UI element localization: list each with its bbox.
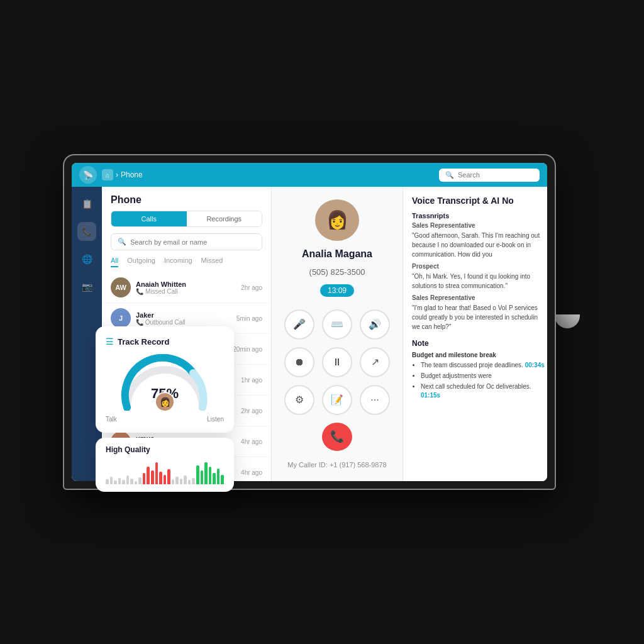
transcript-panel: Voice Transcript & AI No Trassnripts Sal… [402,187,547,481]
mute-button[interactable]: 🎤 [284,309,314,340]
sidebar-item-clipboard[interactable]: 📋 [77,194,96,213]
call-info: Jaker 📞 Outbound Call [136,311,231,326]
bar [204,462,208,484]
bar [192,478,195,484]
transcript-role: Sales Representative [412,222,545,229]
talk-label: Talk [106,416,117,423]
sidebar-item-globe[interactable]: 🌐 [77,250,96,269]
bar [217,469,220,484]
call-time: 4hr ago [241,438,262,445]
bar [196,465,199,484]
gauge-avatar: 👩 [155,392,175,412]
search-input[interactable] [458,171,533,179]
bar [135,481,138,484]
call-time: 4hr ago [241,469,262,476]
bar [159,472,162,484]
laptop-base [555,314,580,328]
timestamp: 01:15s [421,392,440,399]
sidebar-item-camera[interactable]: 📷 [77,277,96,296]
bar [188,480,191,484]
contact-name: Analia Magana [302,248,372,260]
caller-id: My Caller ID: +1 (917) 568-9878 [287,461,386,469]
record-button[interactable]: ⏺ [284,347,314,377]
quality-title: High Quality [106,445,224,454]
tab-calls[interactable]: Calls [111,211,187,226]
contact-phone: (505) 825-3500 [309,267,365,277]
transcript-entry-2: Prospect "Oh, hi Mark. Yes, I found it q… [412,263,545,291]
bar [126,475,130,484]
bar [221,475,224,484]
contact-avatar: 👩 [315,199,359,241]
call-name: Anaiah Whitten [136,280,236,288]
note-list: The team discussed proje deadlines. 00:3… [412,361,545,400]
note-item: Next call scheduled for Oc deliverables.… [421,382,545,400]
transcript-title: Voice Transcript & AI No [412,196,545,206]
voicemail-button[interactable]: ⚙ [284,385,314,415]
tab-recordings[interactable]: Recordings [187,211,262,226]
transcript-entry-3: Sales Representative "I'm glad to hear t… [412,294,545,331]
call-time: 20min ago [233,346,262,353]
bar [114,480,117,484]
breadcrumb-separator: › [116,170,118,179]
bar [130,479,133,484]
quality-card: High Quality [96,438,234,492]
call-search-box[interactable]: 🔍 [111,233,262,250]
filter-missed[interactable]: Missed [201,257,223,267]
transcript-text: "I'm glad to hear that! Based o VoI P se… [412,303,545,331]
call-avatar: J [111,308,131,328]
gauge-labels: Talk Listen [106,416,224,423]
bar [106,479,109,484]
top-search-box[interactable]: 🔍 [439,169,540,182]
call-info: Anaiah Whitten 📞 Missed Call [136,280,236,295]
bar [209,467,212,484]
top-bar: 📡 ⌂ › Phone 🔍 [72,163,547,187]
call-time: 1hr ago [241,377,262,384]
call-search-input[interactable] [130,238,255,246]
floating-cards-area: ☰ Track Record 75% 👩 Talk Listen [96,326,234,492]
track-record-title: Track Record [118,337,169,347]
bar [122,480,125,484]
timestamp: 00:34s [525,362,545,369]
call-time: 5min ago [236,315,262,322]
search-icon: 🔍 [445,171,454,179]
bar [175,477,179,484]
bar [147,467,150,484]
note-section: Note Budget and milestone break The team… [412,339,545,400]
sidebar-item-phone[interactable]: 📞 [77,222,96,241]
filter-incoming[interactable]: Incoming [164,257,192,267]
home-icon[interactable]: ⌂ [102,169,113,180]
transcript-text: "Oh, hi Mark. Yes, I found it qu looking… [412,272,545,291]
bar [172,479,175,484]
breadcrumb: ⌂ › Phone [102,169,143,180]
call-recordings-tabs[interactable]: Calls Recordings [111,211,262,227]
note-title: Note [412,339,545,348]
call-name: Jaker [136,311,231,319]
keypad-button[interactable]: ⌨️ [322,309,352,340]
more-button[interactable]: ··· [360,385,390,415]
transcript-role: Sales Representative [412,294,545,301]
filter-outgoing[interactable]: Outgoing [127,257,155,267]
search-icon: 🔍 [118,238,126,246]
transcript-entry-1: Sales Representative "Good afternoon, Sa… [412,222,545,259]
call-time: 2hr ago [241,408,262,414]
note-item: The team discussed proje deadlines. 00:3… [421,361,545,370]
note-subtitle: Budget and milestone break [412,352,545,358]
speaker-button[interactable]: 🔊 [360,309,390,340]
audio-bars [106,459,224,484]
track-record-card: ☰ Track Record 75% 👩 Talk Listen [96,326,234,433]
bar [151,470,154,484]
notes-button[interactable]: 📝 [322,385,352,415]
transfer-button[interactable]: ↗ [360,347,390,377]
bar [138,477,142,484]
app-logo: 📡 [79,166,97,184]
bar [155,462,158,484]
transcript-role: Prospect [412,263,545,270]
end-call-button[interactable]: 📞 [322,423,352,451]
transcript-section: Trassnripts Sales Representative "Good a… [412,212,545,331]
call-avatar: AW [111,277,131,297]
call-time: 2hr ago [241,284,262,291]
bar [167,469,170,484]
filter-all[interactable]: All [111,257,118,267]
call-item[interactable]: AW Anaiah Whitten 📞 Missed Call 2hr ago [102,272,271,303]
hold-button[interactable]: ⏸ [322,347,352,377]
